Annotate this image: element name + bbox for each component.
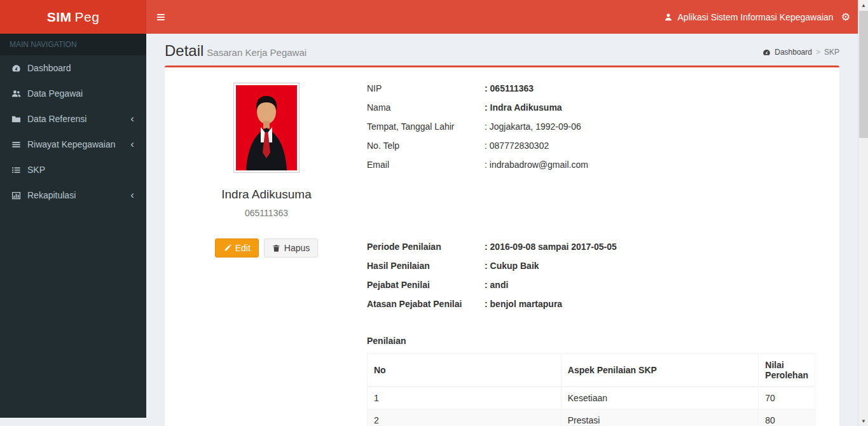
- breadcrumb: Dashboard > SKP: [762, 48, 839, 57]
- table-header-row: NoAspek Penilaian SKPNilai Perolehan: [368, 354, 815, 387]
- sidebar-item[interactable]: SKP: [0, 157, 146, 182]
- page-title: DetailSasaran Kerja Pegawai: [165, 42, 307, 60]
- app-logo-rest: Peg: [74, 10, 99, 25]
- profile-photo: [233, 83, 300, 173]
- sidebar-item[interactable]: Dashboard: [0, 55, 146, 81]
- sidebar-item-label: SKP: [27, 165, 137, 175]
- sidebar-item-icon: [11, 64, 21, 73]
- profile-field-row: No. Telp 087772830302: [367, 140, 815, 152]
- cell-nilai: 70: [759, 387, 815, 409]
- cell-no: 2: [368, 409, 561, 426]
- table-head: NoAspek Penilaian SKPNilai Perolehan: [368, 354, 815, 387]
- app-logo-bold: SIM: [47, 10, 72, 25]
- cell-aspek: Kesetiaan: [561, 387, 759, 409]
- user-menu[interactable]: Aplikasi Sistem Informasi Kepegawaian ⚙: [664, 11, 868, 23]
- chevron-left-icon: ‹: [130, 115, 134, 123]
- sidebar-item-label: Dashboard: [27, 63, 137, 73]
- sidebar-item[interactable]: Riwayat Kepegawaian ‹: [0, 132, 146, 157]
- cell-no: 1: [368, 387, 561, 409]
- page-title-text: Detail: [165, 42, 203, 59]
- field-label: Tempat, Tanggal Lahir: [367, 121, 485, 133]
- detail-card: Indra Adikusuma 065111363 Edit Hapus: [165, 65, 839, 426]
- cell-aspek: Prestasi: [561, 409, 759, 426]
- table-header-cell: Aspek Penilaian SKP: [561, 354, 759, 387]
- sidebar-item-icon: [11, 140, 21, 149]
- field-label: Periode Penilaian: [367, 241, 485, 253]
- detail-column: NIP 065111363 Nama Indra Adikusuma Tempa…: [355, 80, 827, 426]
- sidebar-toggle-icon[interactable]: ≡: [146, 0, 176, 34]
- table-row: 2 Prestasi 80: [368, 409, 815, 426]
- sidebar-item-label: Rekapitulasi: [27, 190, 130, 200]
- field-value: andi: [485, 279, 508, 291]
- field-label: Nama: [367, 102, 485, 114]
- profile-field-row: Email indrabadrow@gmail.com: [367, 159, 815, 171]
- field-value: 2016-09-08 sampai 2017-05-05: [485, 241, 617, 253]
- field-label: Atasan Pejabat Penilai: [367, 298, 485, 310]
- profile-name: Indra Adikusuma: [177, 188, 355, 202]
- field-label: No. Telp: [367, 140, 485, 152]
- field-value: 087772830302: [485, 140, 549, 152]
- profile-field-row: Nama Indra Adikusuma: [367, 102, 815, 114]
- sidebar-item[interactable]: Data Pegawai: [0, 81, 146, 106]
- field-label: Email: [367, 159, 485, 171]
- breadcrumb-dashboard-link[interactable]: Dashboard: [775, 48, 812, 57]
- sidebar-item[interactable]: Rekapitulasi ‹: [0, 182, 146, 208]
- table-title: Penilaian: [367, 336, 815, 346]
- penilaian-table: NoAspek Penilaian SKPNilai Perolehan 1 K…: [367, 354, 815, 426]
- penilaian-field-row: Periode Penilaian 2016-09-08 sampai 2017…: [367, 241, 815, 253]
- field-value: Indra Adikusuma: [485, 102, 562, 114]
- navbar: ≡ Aplikasi Sistem Informasi Kepegawaian …: [146, 0, 868, 34]
- field-value: 065111363: [485, 83, 534, 95]
- field-value: Jogjakarta, 1992-09-06: [485, 121, 581, 133]
- dashboard-icon: [762, 48, 771, 57]
- profile-field-row: NIP 065111363: [367, 83, 815, 95]
- sidebar-menu: Dashboard Data Pegawai Data Referensi ‹ …: [0, 55, 146, 208]
- delete-button-label: Hapus: [284, 243, 310, 253]
- profile-photo-image: [236, 85, 297, 170]
- field-label: Pejabat Penilai: [367, 279, 485, 291]
- sidebar-item[interactable]: Data Referensi ‹: [0, 106, 146, 132]
- field-value: indrabadrow@gmail.com: [485, 159, 588, 171]
- breadcrumb-separator: >: [816, 48, 820, 57]
- field-value: Cukup Baik: [485, 260, 539, 272]
- edit-button-label: Edit: [235, 243, 251, 253]
- sidebar-item-icon: [11, 89, 21, 99]
- edit-button[interactable]: Edit: [215, 238, 259, 258]
- chevron-left-icon: ‹: [130, 191, 134, 199]
- pencil-icon: [223, 244, 231, 252]
- breadcrumb-current: SKP: [824, 48, 839, 57]
- page-subtitle: Sasaran Kerja Pegawai: [207, 47, 307, 58]
- sidebar-item-label: Data Referensi: [27, 114, 130, 124]
- sidebar-item-label: Riwayat Kepegawaian: [27, 139, 130, 149]
- field-label: Hasil Penilaian: [367, 260, 485, 272]
- sidebar-item-icon: [11, 191, 21, 200]
- scrollbar-thumb[interactable]: [859, 11, 868, 138]
- table-header-cell: No: [368, 354, 561, 387]
- penilaian-field-row: Atasan Pejabat Penilai benjol martapura: [367, 298, 815, 310]
- sidebar-section-label: MAIN NAVIGATION: [0, 34, 146, 55]
- table-header-cell: Nilai Perolehan: [759, 354, 815, 387]
- delete-button[interactable]: Hapus: [264, 238, 318, 258]
- penilaian-field-row: Pejabat Penilai andi: [367, 279, 815, 291]
- penilaian-field-row: Hasil Penilaian Cukup Baik: [367, 260, 815, 272]
- top-navbar: SIMPeg ≡ Aplikasi Sistem Informasi Kepeg…: [0, 0, 868, 34]
- user-icon: [664, 13, 673, 22]
- field-value: benjol martapura: [485, 298, 562, 310]
- field-label: NIP: [367, 83, 485, 95]
- table-row: 1 Kesetiaan 70: [368, 387, 815, 409]
- cell-nilai: 80: [759, 409, 815, 426]
- profile-nip: 065111363: [177, 208, 355, 218]
- content-header: DetailSasaran Kerja Pegawai Dashboard > …: [146, 34, 858, 60]
- scrollbar-down-arrow[interactable]: ▼: [858, 416, 868, 426]
- sidebar: MAIN NAVIGATION Dashboard Data Pegawai D…: [0, 34, 146, 418]
- gear-icon[interactable]: ⚙: [841, 11, 850, 23]
- sidebar-item-icon: [11, 114, 21, 124]
- table-body: 1 Kesetiaan 70 2 Prestasi 80: [368, 387, 815, 426]
- detail-card-body: Indra Adikusuma 065111363 Edit Hapus: [165, 67, 839, 426]
- app-logo[interactable]: SIMPeg: [0, 0, 146, 34]
- profile-column: Indra Adikusuma 065111363 Edit Hapus: [177, 80, 355, 426]
- profile-fields: NIP 065111363 Nama Indra Adikusuma Tempa…: [367, 83, 815, 171]
- vertical-scrollbar[interactable]: ▲ ▼: [858, 0, 868, 426]
- app-title: Aplikasi Sistem Informasi Kepegawaian: [678, 12, 834, 22]
- scrollbar-up-arrow[interactable]: ▲: [858, 0, 868, 10]
